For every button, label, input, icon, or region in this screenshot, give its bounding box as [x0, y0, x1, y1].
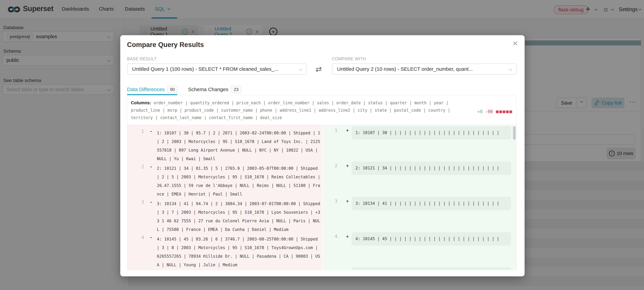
- base-result-value: Untitled Query 1 (100 rows) - SELECT * F…: [132, 66, 278, 72]
- diff-added-block: 4: 10145 | 45 | | | | | | | | | | | | | …: [352, 232, 511, 246]
- compare-with-value: Untitled Query 2 (10 rows) - SELECT orde…: [337, 66, 473, 72]
- swap-queries-icon[interactable]: ⇄: [316, 65, 322, 73]
- schema-changes-count: 23: [231, 86, 241, 93]
- diff-scrollbar-thumb[interactable]: [513, 126, 516, 140]
- diff-added-block: 1: 10107 | 30 | | | | | | | | | | | | | …: [352, 126, 511, 140]
- chevron-down-icon: [299, 67, 302, 71]
- tab-schema-changes[interactable]: Schema Changes 23: [188, 86, 241, 93]
- base-result-select[interactable]: Untitled Query 1 (100 rows) - SELECT * F…: [127, 63, 306, 75]
- chevron-down-icon: [509, 67, 512, 71]
- removed-count: -90: [485, 109, 493, 114]
- base-result-label: BASE RESULT: [127, 56, 157, 61]
- diff-added-block-partial: [352, 267, 511, 270]
- columns-list: Columns: order_number | quantity_ordered…: [131, 99, 455, 122]
- diff-added-block: 3: 10134 | 41 | | | | | | | | | | | | | …: [352, 197, 511, 210]
- diff-ratio-blocks: [495, 109, 512, 114]
- close-modal-icon[interactable]: ×: [513, 38, 518, 48]
- tab-data-differences[interactable]: Data Differences 90: [127, 86, 178, 93]
- compare-query-results-modal: Compare Query Results × BASE RESULT COMP…: [120, 35, 524, 276]
- modal-title: Compare Query Results: [127, 41, 204, 48]
- superset-sql-lab: Superset Dashboards Charts Datasets SQL …: [0, 0, 644, 290]
- data-differences-count: 90: [167, 86, 178, 93]
- diff-container: Columns: order_number | quantity_ordered…: [127, 95, 517, 270]
- diff-added-block: 2: 10121 | 34 | | | | | | | | | | | | | …: [352, 161, 511, 175]
- diff-stats: +0 -90: [477, 109, 512, 114]
- added-count: +0: [477, 109, 482, 114]
- columns-label: Columns:: [131, 100, 151, 105]
- columns-summary: Columns: order_number | quantity_ordered…: [127, 95, 516, 125]
- compare-with-select[interactable]: Untitled Query 2 (10 rows) - SELECT orde…: [332, 63, 516, 75]
- compare-with-label: COMPARE WITH: [332, 56, 366, 61]
- diff-view: 1 - 1: 10107 | 30 | 95.7 | 2 | 2871 | 20…: [127, 125, 516, 270]
